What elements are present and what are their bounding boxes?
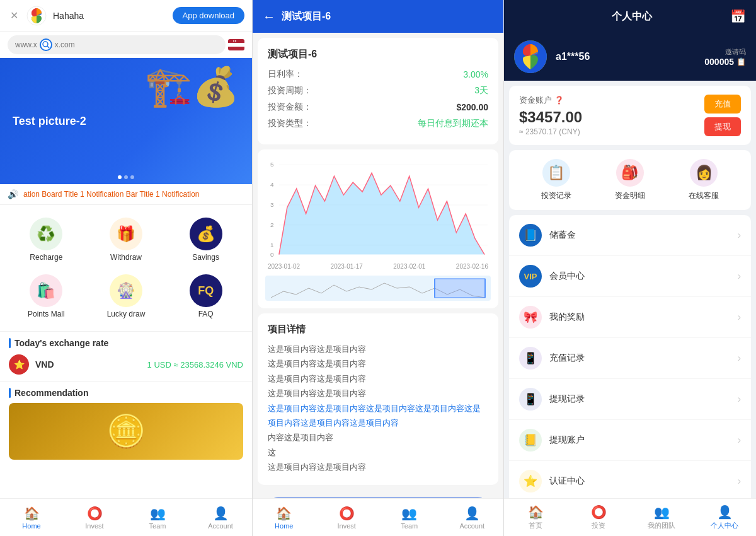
recharge-label: Recharge [30,253,62,262]
right-panel: 个人中心 📅 a1***56 邀请码 000005 📋 [504,0,756,536]
chart-label-2: 2023-01-17 [331,263,363,270]
project-detail-title: 项目详情 [268,323,488,335]
right-personal-label: 个人中心 [711,521,738,530]
detail-card: 测试项目-6 日利率： 3.00% 投资周期： 3天 投资金额： $200.00… [258,38,498,144]
mid-nav-invest[interactable]: ⭕ Invest [316,499,379,536]
download-button[interactable]: App download [173,7,244,24]
withdraw-record-list-item[interactable]: 📱 提现记录 › [509,379,751,420]
recharge-menu-item[interactable]: ♻️ Recharge [8,213,85,267]
points-mall-label: Points Mall [28,310,65,318]
chart-label-1: 2023-01-02 [268,263,300,270]
investment-record-quick[interactable]: 📋 投资记录 [541,159,571,201]
withdraw-account-list-item[interactable]: 📒 提现账户 › [509,420,751,461]
right-personal-icon: 👤 [717,504,733,520]
rewards-list-item[interactable]: 🎀 我的奖励 › [509,297,751,338]
mid-account-icon: 👤 [464,506,480,521]
chart-svg: 5 4 3 2 1 0 [265,157,491,258]
mid-scroll[interactable]: 测试项目-6 日利率： 3.00% 投资周期： 3天 投资金额： $200.00… [253,33,503,498]
withdraw-record-list-icon: 📱 [519,388,542,411]
user-name: a1***56 [556,51,590,62]
mid-team-label: Team [401,522,418,530]
fund-detail-quick[interactable]: 🎒 资金明细 [615,159,645,201]
mid-bottom-nav: 🏠 Home ⭕ Invest 👥 Team 👤 Account [253,498,503,536]
right-nav-personal[interactable]: 👤 个人中心 [693,499,756,536]
svg-text:3: 3 [270,201,274,208]
cert-center-list-item[interactable]: ⭐ 认证中心 › [509,461,751,498]
invest-button-container: 立即投资 [253,490,503,498]
right-content[interactable]: 资金账户 ❓ $3457.00 ≈ 23570.17 (CNY) 充值 提现 📋… [504,81,756,498]
points-mall-menu-item[interactable]: 🛍️ Points Mall [8,269,85,323]
recharge-record-list-item[interactable]: 📱 充值记录 › [509,338,751,379]
right-header: 个人中心 📅 [504,0,756,33]
url-suffix: x.com [55,40,75,49]
right-nav-home[interactable]: 🏠 首页 [504,499,567,536]
faq-menu-item[interactable]: FQ FAQ [167,269,244,323]
withdraw-account-list-icon: 📒 [519,429,542,452]
withdraw-record-arrow-icon: › [738,393,741,405]
banner-dots [118,175,134,179]
lucky-draw-menu-item[interactable]: 🎡 Lucky draw [88,269,165,323]
withdraw-menu-item[interactable]: 🎁 Withdraw [88,213,165,267]
savings-list-item[interactable]: 📘 储蓄金 › [509,215,751,256]
content-line-8: 这是项目内容这是项目内容 [268,460,488,474]
coin-icon: 🪙 [106,413,146,450]
rewards-list-label: 我的奖励 [549,312,730,323]
nav-home[interactable]: 🏠 Home [0,499,63,536]
notification-bar: 🔊 ation Board Title 1 Notification Bar T… [0,184,252,205]
withdraw-button[interactable]: 提现 [704,117,741,136]
svg-text:0: 0 [270,251,274,258]
notification-text: ation Board Title 1 Notification Bar Tit… [23,190,199,199]
amount-label: 投资金额： [268,102,312,113]
svg-line-2 [47,46,49,48]
svg-point-1 [43,42,48,47]
user-info-bar: a1***56 邀请码 000005 📋 [504,33,756,81]
nav-team[interactable]: 👥 Team [126,499,189,536]
period-value: 3天 [474,85,488,96]
nav-invest[interactable]: ⭕ Invest [63,499,126,536]
recharge-button[interactable]: 充值 [704,95,741,114]
project-detail: 项目详情 这是项目内容这是项目内容 这是项目内容这是项目内容 这是项目内容这是项… [258,313,498,485]
right-nav-invest[interactable]: ⭕ 投资 [567,499,630,536]
exchange-rate-value: 1 USD ≈ 23568.3246 VND [147,360,243,370]
savings-arrow-icon: › [738,230,741,241]
investment-record-icon: 📋 [542,159,570,187]
back-button[interactable]: ← [263,9,275,24]
right-bottom-nav: 🏠 首页 ⭕ 投资 👥 我的团队 👤 个人中心 [504,498,756,536]
banner-decoration: 🏗️💰 [145,64,239,109]
daily-rate-row: 日利率： 3.00% [268,69,488,80]
recharge-icon: ♻️ [30,218,62,250]
savings-menu-item[interactable]: 💰 Savings [167,213,244,267]
customer-service-quick[interactable]: 👩 在线客服 [689,159,719,201]
withdraw-record-list-label: 提现记录 [549,393,730,405]
vip-list-item[interactable]: VIP 会员中心 › [509,256,751,297]
invite-code: 000005 📋 [704,57,746,67]
investment-record-label: 投资记录 [541,190,571,201]
svg-text:1: 1 [270,242,274,248]
left-header: ✕ Hahaha App download [0,0,252,32]
mid-nav-account[interactable]: 👤 Account [441,499,504,536]
invest-icon: ⭕ [87,506,103,521]
user-avatar [514,40,547,73]
cert-center-list-label: 认证中心 [549,475,730,487]
svg-rect-14 [435,279,485,298]
right-invest-icon: ⭕ [591,504,607,520]
faq-icon: FQ [190,274,222,307]
right-nav-team[interactable]: 👥 我的团队 [630,499,693,536]
daily-rate-value: 3.00% [463,69,488,79]
nav-account[interactable]: 👤 Account [189,499,252,536]
copy-icon[interactable]: 📋 [736,57,746,66]
mid-nav-team[interactable]: 👥 Team [378,499,441,536]
mid-invest-label: Invest [338,522,356,530]
mid-nav-home[interactable]: 🏠 Home [253,499,316,536]
calendar-icon[interactable]: 📅 [730,9,746,24]
withdraw-label: Withdraw [110,253,142,262]
balance-buttons: 充值 提现 [704,95,741,136]
project-content: 这是项目内容这是项目内容 这是项目内容这是项目内容 这是项目内容这是项目内容 这… [268,342,488,475]
invest-nav-label: Invest [85,522,103,530]
chart-x-labels: 2023-01-02 2023-01-17 2023-02-01 2023-02… [265,263,491,270]
rewards-list-icon: 🎀 [519,306,542,329]
account-nav-label: Account [208,522,233,530]
question-icon[interactable]: ❓ [554,96,564,105]
currency-name: VND [35,359,54,370]
close-button[interactable]: ✕ [8,9,20,22]
